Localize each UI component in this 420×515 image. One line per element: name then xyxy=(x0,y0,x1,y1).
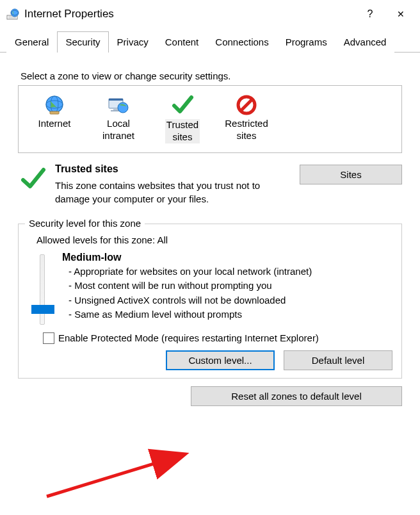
annotation-arrow-icon xyxy=(44,448,191,500)
svg-rect-5 xyxy=(50,111,59,114)
svg-point-10 xyxy=(118,102,128,113)
window-title: Internet Properties xyxy=(24,8,352,20)
svg-rect-7 xyxy=(109,99,123,101)
tab-content[interactable]: Content xyxy=(157,31,207,53)
zone-local-intranet[interactable]: Local intranet xyxy=(86,90,150,146)
internet-properties-icon xyxy=(6,8,19,20)
tab-connections[interactable]: Connections xyxy=(207,31,277,53)
zone-restricted-sites[interactable]: Restricted sites xyxy=(214,90,279,146)
svg-point-2 xyxy=(46,96,63,113)
checkmark-icon xyxy=(171,94,194,117)
tab-advanced[interactable]: Advanced xyxy=(335,31,395,53)
monitor-globe-icon xyxy=(107,94,130,117)
level-bullets: - Appropriate for websites on your local… xyxy=(62,265,392,322)
help-button[interactable]: ? xyxy=(357,5,383,23)
tabstrip: General Security Privacy Content Connect… xyxy=(0,31,420,53)
forbidden-icon xyxy=(235,94,258,117)
group-legend: Security level for this zone xyxy=(25,218,145,229)
zone-internet[interactable]: Internet xyxy=(22,90,86,146)
zone-list: Internet Local intranet Trusted sites Re… xyxy=(18,85,402,153)
zone-prompt: Select a zone to view or change security… xyxy=(20,70,402,81)
zone-detail-desc: This zone contains websites that you tru… xyxy=(55,179,284,206)
custom-level-button[interactable]: Custom level... xyxy=(166,350,275,370)
tab-security[interactable]: Security xyxy=(57,31,108,53)
close-button[interactable]: ✕ xyxy=(388,5,414,23)
reset-all-zones-button[interactable]: Reset all zones to default level xyxy=(191,386,402,406)
tab-privacy[interactable]: Privacy xyxy=(109,31,157,53)
default-level-button[interactable]: Default level xyxy=(284,350,392,370)
svg-line-13 xyxy=(47,455,183,496)
allowed-levels: Allowed levels for this zone: All xyxy=(36,234,392,245)
globe-icon xyxy=(43,94,66,117)
zone-trusted-sites[interactable]: Trusted sites xyxy=(150,90,214,146)
tab-programs[interactable]: Programs xyxy=(277,31,335,53)
level-name: Medium-low xyxy=(62,252,392,263)
trusted-check-icon xyxy=(18,163,46,206)
protected-mode-checkbox[interactable] xyxy=(43,332,54,344)
security-level-group: Security level for this zone Allowed lev… xyxy=(18,224,402,379)
zone-detail-title: Trusted sites xyxy=(55,163,284,175)
tab-general[interactable]: General xyxy=(6,31,57,53)
sites-button[interactable]: Sites xyxy=(300,165,402,184)
security-level-slider[interactable] xyxy=(33,252,52,325)
protected-mode-label: Enable Protected Mode (requires restarti… xyxy=(58,332,319,343)
